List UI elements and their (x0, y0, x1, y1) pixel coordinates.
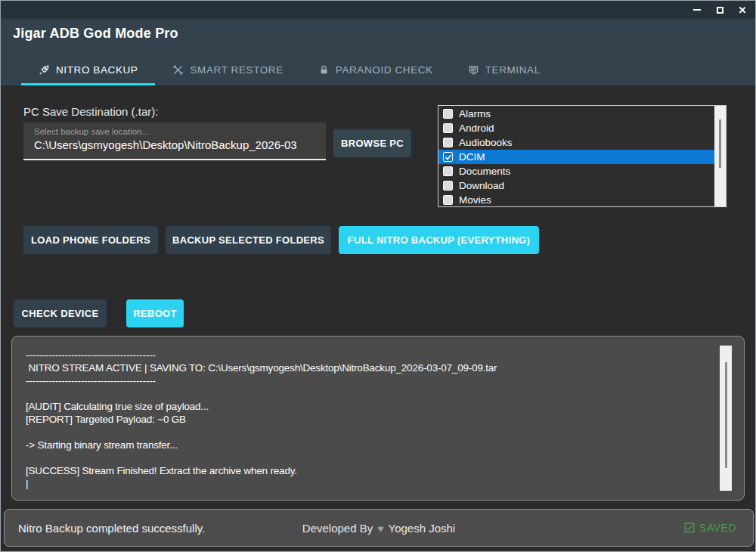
checkbox-checked-icon (684, 523, 695, 533)
folder-rows: AlarmsAndroidAudiobooksDCIMDocumentsDown… (438, 107, 714, 207)
folder-list: AlarmsAndroidAudiobooksDCIMDocumentsDown… (438, 105, 727, 207)
folder-label: DCIM (459, 151, 485, 163)
saved-label: SAVED (699, 522, 736, 534)
console-line: -> Starting binary stream transfer... (26, 439, 714, 451)
folder-row-audiobooks[interactable]: Audiobooks (438, 135, 714, 150)
check-device-button[interactable]: CHECK DEVICE (14, 299, 107, 327)
minimize-icon (693, 9, 701, 11)
tab-bar: NITRO BACKUP SMART RESTORE (21, 54, 558, 85)
folder-label: Audiobooks (459, 137, 513, 148)
tools-icon (172, 64, 184, 76)
console-line: NITRO STREAM ACTIVE | SAVING TO: C:\User… (26, 361, 714, 374)
terminal-icon (468, 64, 479, 76)
destination-label: PC Save Destination (.tar): (23, 105, 158, 118)
maximize-button[interactable] (711, 2, 728, 17)
checkbox-unchecked[interactable] (443, 166, 453, 176)
destination-input[interactable]: Select backup save location... C:\Users\… (23, 122, 326, 160)
tab-paranoid-check[interactable]: PARANOID CHECK (301, 54, 451, 85)
console-line: [SUCCESS] Stream Finished! Extract the a… (26, 464, 714, 477)
tab-smart-restore[interactable]: SMART RESTORE (155, 54, 300, 85)
folder-list-scrollbar[interactable] (714, 106, 726, 206)
developer-credit: Developed By ♥ Yogesh Joshi (302, 522, 455, 535)
folder-list-scrollbar-thumb[interactable] (719, 119, 721, 168)
folder-row-movies[interactable]: Movies (438, 193, 714, 207)
console-line (26, 387, 714, 400)
console-lines: ----------------------------------------… (26, 349, 714, 490)
console-line (26, 451, 714, 464)
folder-row-documents[interactable]: Documents (438, 164, 714, 178)
console-scrollbar-thumb[interactable] (725, 362, 727, 468)
tab-terminal[interactable]: TERMINAL (451, 54, 558, 85)
folder-label: Download (459, 180, 504, 191)
heart-icon: ♥ (377, 522, 383, 534)
maximize-icon (717, 7, 723, 14)
console-line: ---------------------------------------- (26, 349, 714, 361)
browse-pc-button[interactable]: BROWSE PC (333, 129, 411, 157)
folder-label: Android (459, 122, 494, 134)
console-line: ---------------------------------------- (26, 374, 714, 387)
folder-row-android[interactable]: Android (438, 121, 714, 135)
destination-value: C:\Users\gsmyogesh\Desktop\NitroBackup_2… (34, 138, 318, 151)
destination-placeholder: Select backup save location... (34, 127, 318, 136)
rocket-icon (39, 64, 50, 76)
console-line (26, 426, 714, 439)
console-line: [AUDIT] Calculating true size of payload… (26, 400, 714, 413)
folder-row-alarms[interactable]: Alarms (438, 107, 714, 121)
tab-label: TERMINAL (485, 64, 541, 76)
app-title: Jigar ADB God Mode Pro (13, 26, 178, 42)
folder-row-dcim[interactable]: DCIM (438, 150, 714, 164)
tab-label: NITRO BACKUP (56, 64, 138, 76)
reboot-button[interactable]: REBOOT (126, 299, 184, 327)
full-nitro-backup-button[interactable]: FULL NITRO BACKUP (EVERYTHING) (339, 226, 539, 254)
console-line: [REPORT] Targeted Payload: ~0 GB (26, 413, 714, 426)
credit-prefix: Developed By (302, 522, 373, 535)
folder-label: Movies (459, 194, 491, 206)
header: Jigar ADB God Mode Pro NITRO BACKUP (1, 19, 755, 85)
checkbox-unchecked[interactable] (443, 138, 453, 147)
status-bar: Nitro Backup completed successfully. Dev… (4, 509, 754, 547)
credit-name: Yogesh Joshi (389, 522, 456, 535)
minimize-button[interactable] (689, 2, 705, 17)
load-phone-folders-button[interactable]: LOAD PHONE FOLDERS (23, 226, 158, 254)
console-output: ----------------------------------------… (11, 336, 745, 501)
app-window: ✕ Jigar ADB God Mode Pro NITRO BACKUP (0, 0, 756, 552)
checkbox-unchecked[interactable] (443, 109, 453, 119)
lock-icon (318, 64, 330, 76)
checkbox-checked[interactable] (443, 152, 453, 162)
tab-label: PARANOID CHECK (336, 64, 433, 76)
backup-selected-folders-button[interactable]: BACKUP SELECTED FOLDERS (166, 226, 331, 254)
checkbox-unchecked[interactable] (443, 181, 453, 191)
folder-label: Documents (459, 166, 510, 177)
tab-nitro-backup[interactable]: NITRO BACKUP (21, 54, 155, 85)
console-line: | (26, 477, 714, 490)
close-icon: ✕ (739, 5, 747, 15)
checkbox-unchecked[interactable] (443, 195, 453, 205)
folder-row-download[interactable]: Download (438, 178, 714, 193)
folder-label: Alarms (459, 108, 491, 119)
title-bar: ✕ (1, 1, 755, 19)
saved-badge: SAVED (684, 522, 736, 534)
status-message: Nitro Backup completed successfully. (18, 522, 205, 535)
close-button[interactable]: ✕ (734, 2, 751, 17)
checkbox-unchecked[interactable] (443, 123, 453, 133)
tab-label: SMART RESTORE (190, 64, 283, 76)
console-scrollbar[interactable] (720, 346, 732, 491)
